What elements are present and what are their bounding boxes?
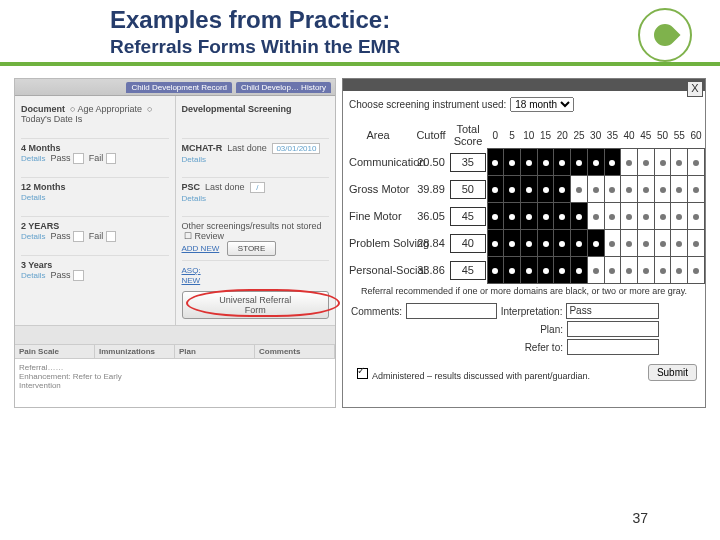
tab-plan[interactable]: Plan: [175, 345, 255, 358]
asq-cutoff: 39.89: [413, 176, 449, 203]
asq-cell: [571, 149, 588, 176]
asq-cell: [504, 149, 521, 176]
asq-score[interactable]: 45: [450, 261, 486, 280]
psc-label: PSC: [182, 182, 201, 192]
asq-new-link[interactable]: ASQ: NEW: [182, 266, 201, 285]
slide-subtitle: Referrals Forms Within the EMR: [110, 36, 700, 58]
universal-referral-form-button[interactable]: Universal Referral Form: [182, 291, 330, 319]
details-link[interactable]: Details: [21, 193, 45, 202]
refer-input[interactable]: [567, 339, 659, 355]
tab-immunizations[interactable]: Immunizations: [95, 345, 175, 358]
emr-tabs: Child Development Record Child Develop… …: [15, 79, 335, 96]
store-button[interactable]: STORE: [227, 241, 276, 256]
asq-cell: [621, 149, 638, 176]
asq-score[interactable]: 50: [450, 180, 486, 199]
details-link[interactable]: Details: [21, 271, 45, 280]
submit-button[interactable]: Submit: [648, 364, 697, 381]
administered-checkbox[interactable]: [357, 368, 368, 379]
add-new-link[interactable]: ADD NEW: [182, 244, 220, 253]
asq-cell: [537, 257, 554, 284]
emr-tab[interactable]: Child Develop… History: [236, 82, 331, 93]
plan-input[interactable]: [567, 321, 659, 337]
administered-label: Administered – results discussed with pa…: [372, 371, 590, 381]
asq-cell: [487, 257, 504, 284]
asq-area: Communication: [343, 149, 413, 176]
asq-score[interactable]: 45: [450, 207, 486, 226]
asq-cell: [571, 176, 588, 203]
other-screenings: Other screenings/results not stored: [182, 221, 322, 231]
close-button[interactable]: X: [687, 81, 703, 97]
details-link[interactable]: Details: [21, 232, 45, 241]
asq-cell: [688, 230, 705, 257]
comments-field: Comments: Interpretation: Pass: [343, 302, 705, 320]
asq-cell: [520, 203, 537, 230]
asq-cutoff: 28.84: [413, 230, 449, 257]
asq-cell: [554, 203, 571, 230]
asq-cell: [637, 149, 654, 176]
asq-cell: [504, 257, 521, 284]
age-12m: 12 Months: [21, 182, 66, 192]
interpretation-value[interactable]: Pass: [566, 303, 659, 319]
age-3y: 3 Years: [21, 260, 52, 270]
asq-cell: [671, 230, 688, 257]
choose-label: Choose screening instrument used:: [349, 99, 506, 110]
emr-notes-area[interactable]: Referral……Enhancement: Refer to EarlyInt…: [15, 358, 335, 407]
asq-cell: [688, 149, 705, 176]
asq-cell: [671, 176, 688, 203]
slide-title: Examples from Practice:: [110, 6, 700, 34]
asq-cell: [637, 203, 654, 230]
plan-label: Plan:: [540, 324, 563, 335]
comments-input[interactable]: [406, 303, 497, 319]
asq-cell: [654, 230, 671, 257]
asq-cell: [571, 203, 588, 230]
opt-age[interactable]: Age Appropriate: [77, 104, 142, 114]
asq-cell: [487, 203, 504, 230]
asq-choose-row: Choose screening instrument used: 18 mon…: [343, 91, 705, 122]
asq-cell: [587, 176, 604, 203]
asq-score[interactable]: 35: [450, 153, 486, 172]
asq-cell: [654, 257, 671, 284]
col-area: Area: [343, 122, 413, 149]
asq-cell: [571, 257, 588, 284]
asq-cell: [621, 203, 638, 230]
asq-cell: [487, 176, 504, 203]
asq-row: Personal-Social33.8645: [343, 257, 705, 284]
pcpci-logo: [638, 8, 692, 62]
instrument-select[interactable]: 18 month: [510, 97, 574, 112]
tab-pain-scale[interactable]: Pain Scale: [15, 345, 95, 358]
mchat-label: MCHAT-R: [182, 143, 223, 153]
dev-screening-header: Developmental Screening: [182, 104, 292, 114]
asq-row: Gross Motor39.8950: [343, 176, 705, 203]
asq-cell: [621, 257, 638, 284]
asq-area: Problem Solving: [343, 230, 413, 257]
asq-panel: X Choose screening instrument used: 18 m…: [342, 78, 706, 408]
asq-cell: [688, 176, 705, 203]
details-link[interactable]: Details: [21, 154, 45, 163]
asq-area: Fine Motor: [343, 203, 413, 230]
asq-cell: [554, 230, 571, 257]
asq-cell: [537, 203, 554, 230]
asq-score-table: Area Cutoff Total Score 0510 152025 3035…: [343, 122, 705, 284]
asq-cell: [604, 176, 621, 203]
refer-label: Refer to:: [525, 342, 563, 353]
col-total: Total Score: [449, 122, 487, 149]
asq-cell: [637, 230, 654, 257]
asq-area: Personal-Social: [343, 257, 413, 284]
asq-cell: [604, 257, 621, 284]
tab-comments[interactable]: Comments: [255, 345, 335, 358]
asq-cell: [688, 203, 705, 230]
asq-cell: [671, 149, 688, 176]
asq-cell: [537, 230, 554, 257]
emr-tab[interactable]: Child Development Record: [126, 82, 232, 93]
asq-row: Fine Motor36.0545: [343, 203, 705, 230]
asq-cell: [671, 257, 688, 284]
asq-cell: [504, 176, 521, 203]
asq-score[interactable]: 40: [450, 234, 486, 253]
asq-cutoff: 20.50: [413, 149, 449, 176]
asq-cell: [520, 230, 537, 257]
asq-cell: [621, 176, 638, 203]
asq-row: Communication20.5035: [343, 149, 705, 176]
asq-cell: [520, 257, 537, 284]
opt-today[interactable]: Today's Date Is: [21, 114, 82, 124]
asq-cell: [604, 203, 621, 230]
